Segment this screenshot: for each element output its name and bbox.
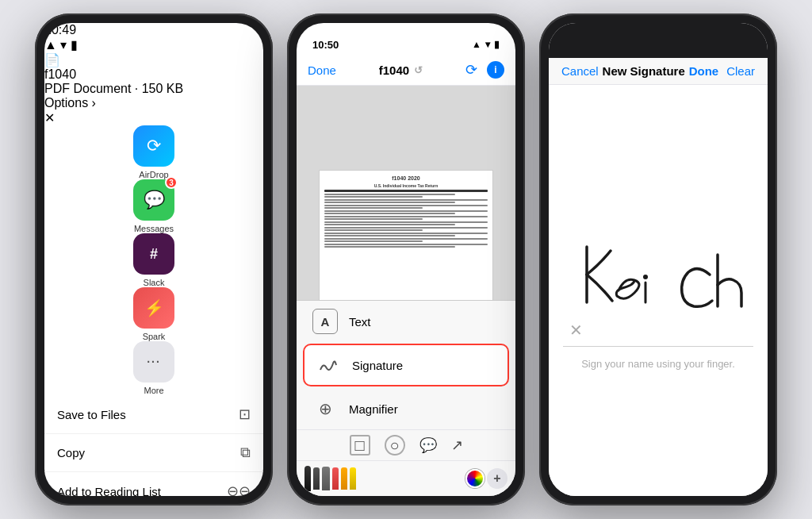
nav-icons-2: ⟳ i	[465, 61, 504, 79]
cancel-button-3[interactable]: Cancel	[561, 64, 599, 78]
slack-icon: #	[133, 233, 174, 275]
pdf-area: f1040 2020 U.S. Individual Income Tax Re…	[297, 86, 515, 460]
pdf-line-18	[324, 240, 423, 242]
red-pen[interactable]	[332, 467, 339, 490]
signature-canvas[interactable]: ✕	[563, 212, 753, 347]
pdf-line-14	[324, 229, 423, 231]
tool-item-text[interactable]: A Text	[297, 301, 515, 342]
svg-point-0	[643, 275, 648, 279]
phone-1: 10:49 ▲ ▾ ▮ 📄 f1040 PDF Document · 150 K…	[35, 13, 273, 506]
app-item-messages[interactable]: 💬 3 Messages	[44, 179, 263, 233]
text-tool-label: Text	[349, 315, 371, 329]
nav-title-3: New Signature	[603, 64, 685, 78]
circle-shape[interactable]: ○	[385, 435, 405, 456]
text-tool-icon: A	[312, 309, 338, 334]
pdf-line-5	[324, 205, 488, 206]
pdf-line-12	[324, 224, 455, 225]
bubble-shape[interactable]: 💬	[419, 436, 437, 454]
pdf-line-20	[324, 246, 455, 248]
app-item-spark[interactable]: ⚡ Spark	[44, 287, 263, 341]
pen-tool-2[interactable]	[313, 467, 320, 490]
share-header: 📄 f1040 PDF Document · 150 KB Options › …	[44, 52, 263, 125]
reading-list-label: Add to Reading List	[57, 485, 161, 497]
copy-icon: ⧉	[240, 444, 251, 461]
pen-tool-1[interactable]	[304, 466, 311, 491]
add-tool-button[interactable]: +	[487, 468, 508, 489]
signature-drawing	[571, 231, 745, 326]
pdf-line-15	[324, 233, 488, 234]
pdf-refresh-icon: ↺	[414, 64, 423, 76]
shape-tools-row: □ ○ 💬 ↗	[297, 429, 515, 460]
more-icon: ···	[133, 341, 174, 383]
signature-tool-label: Signature	[352, 359, 403, 372]
signature-tool-icon	[316, 352, 341, 378]
pdf-title: f1040 2020	[324, 175, 488, 181]
airdrop-icon: ⟳	[133, 125, 174, 167]
signature-area[interactable]: ✕	[549, 85, 768, 496]
app-row: ⟳ AirDrop 💬 3 Messages # Slack	[44, 125, 263, 395]
nav-bar-2: Done f1040 ↺ ⟳ i	[297, 58, 515, 86]
phone-2-screen: 10:50 ▲ ▾ ▮ Done f1040 ↺ ⟳ i	[297, 23, 515, 496]
battery-icon: ▮	[71, 38, 78, 52]
status-bar-3	[549, 23, 768, 58]
nav-actions-3: Done Clear	[689, 64, 755, 78]
marker-tool[interactable]	[322, 467, 330, 490]
square-shape[interactable]: □	[350, 435, 370, 456]
messages-badge: 3	[165, 176, 178, 189]
arrow-shape[interactable]: ↗	[451, 436, 463, 454]
menu-item-copy[interactable]: Copy ⧉	[44, 434, 263, 472]
pdf-line-8	[324, 213, 455, 214]
share-icon-2[interactable]: ⟳	[465, 61, 477, 79]
nav-title-text-2: f1040	[379, 63, 409, 77]
color-picker[interactable]	[465, 469, 485, 488]
more-label: More	[144, 386, 163, 395]
wifi-icon-2: ▾	[485, 39, 490, 50]
pdf-line-6	[324, 207, 423, 209]
tool-item-signature[interactable]: Signature	[303, 344, 509, 386]
slack-label: Slack	[144, 278, 165, 287]
status-icons-1: ▲ ▾ ▮	[44, 37, 263, 52]
app-item-slack[interactable]: # Slack	[44, 233, 263, 287]
yellow-pen[interactable]	[350, 467, 356, 490]
orange-pen[interactable]	[341, 467, 347, 490]
messages-icon: 💬 3	[133, 179, 174, 221]
file-icon: 📄	[44, 52, 263, 67]
pdf-line-11	[324, 221, 488, 223]
pdf-subtitle: U.S. Individual Income Tax Return	[324, 183, 488, 188]
new-signature-title: New Signature	[603, 64, 685, 78]
pen-tools-row: +	[297, 460, 515, 496]
done-button-2[interactable]: Done	[308, 63, 336, 77]
file-meta: PDF Document · 150 KB	[44, 82, 263, 96]
menu-item-save-to-files[interactable]: Save to Files ⊡	[44, 395, 263, 434]
magnifier-tool-label: Magnifier	[349, 402, 398, 416]
done-button-3[interactable]: Done	[689, 64, 719, 78]
phone-3-screen: Cancel New Signature Done Clear ✕	[549, 23, 768, 496]
app-item-more[interactable]: ··· More	[44, 341, 263, 395]
clear-button-3[interactable]: Clear	[726, 64, 755, 78]
app-item-airdrop[interactable]: ⟳ AirDrop	[44, 125, 263, 179]
pdf-header-line	[324, 190, 488, 192]
time-2: 10:50	[312, 39, 339, 51]
signal-icon-2: ▲	[472, 39, 481, 50]
pdf-line-16	[324, 235, 455, 236]
pdf-line-4	[324, 202, 455, 203]
tool-item-magnifier[interactable]: ⊕ Magnifier	[297, 388, 515, 429]
file-info: f1040 PDF Document · 150 KB	[44, 67, 263, 96]
pdf-line-10	[324, 218, 423, 220]
save-to-files-icon: ⊡	[239, 406, 251, 423]
tools-popup: A Text Signature ⊕	[297, 300, 515, 460]
pdf-line-13	[324, 227, 488, 229]
options-button[interactable]: Options ›	[44, 96, 96, 110]
info-icon-2[interactable]: i	[487, 61, 504, 79]
pdf-line-9	[324, 216, 488, 217]
airdrop-label: AirDrop	[139, 170, 168, 179]
messages-label: Messages	[134, 224, 174, 233]
phone-2: 10:50 ▲ ▾ ▮ Done f1040 ↺ ⟳ i	[287, 13, 525, 506]
pdf-line-19	[324, 244, 488, 245]
close-button[interactable]: ✕	[44, 110, 263, 125]
signature-hint: Sign your name using your finger.	[581, 358, 735, 370]
menu-item-reading-list[interactable]: Add to Reading List ⊖⊖	[44, 472, 263, 496]
save-to-files-label: Save to Files	[57, 408, 126, 421]
pdf-line-2	[324, 196, 423, 198]
pdf-line-1	[324, 194, 455, 195]
